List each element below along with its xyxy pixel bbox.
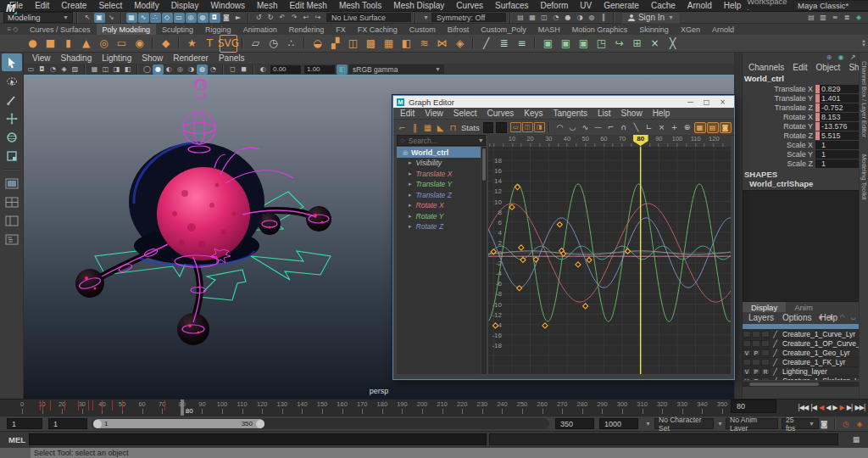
panel-menu-panels[interactable]: Panels <box>214 53 250 63</box>
wireframe-icon[interactable]: ◯ <box>142 64 153 75</box>
flat-tangent-icon[interactable]: — <box>593 121 604 133</box>
linear-tangent-icon[interactable]: ∿ <box>580 121 592 133</box>
make-live-grid-icon[interactable]: ⊞ <box>629 36 645 52</box>
ipr-render-icon[interactable]: ◫ <box>538 13 549 23</box>
normalized-view-icon[interactable]: ◨ <box>534 122 545 132</box>
graph-menu-help[interactable]: Help <box>648 109 676 118</box>
layer-row-lighting-layer[interactable]: VPR╱Lighting_layer <box>743 367 859 377</box>
script-editor-icon[interactable]: ▦ <box>850 433 862 444</box>
animation-curves[interactable]: 181614121086420-2-4-6-8-10-12-14-16-18 <box>488 147 731 374</box>
playback-start-field[interactable]: 1 <box>48 418 87 429</box>
channel-box-menu-object[interactable]: Object <box>812 63 845 72</box>
svg-tool-icon[interactable]: SVG <box>220 35 237 53</box>
menu-edit-mesh[interactable]: Edit Mesh <box>283 1 332 10</box>
construction-history-on-icon[interactable]: ↶ <box>277 13 288 23</box>
buffer-curve-snapshot-icon[interactable]: ▦ <box>694 122 706 133</box>
layout-two-pane-button[interactable] <box>2 212 22 230</box>
render-settings-icon[interactable]: ◔ <box>550 13 561 23</box>
layer-r-toggle[interactable]: R <box>761 368 770 375</box>
layer-name[interactable]: Creature_1_Curve_Lyr <box>782 330 855 338</box>
layer-v-toggle[interactable]: V <box>743 377 751 380</box>
tab-channel-box-layer-editor[interactable]: Channel Box / Layer Editor <box>860 53 868 146</box>
layer-p-toggle[interactable]: P <box>752 349 760 356</box>
snap-projected-center-icon[interactable]: ◇ <box>162 13 173 23</box>
selected-node-name[interactable]: World_ctrl <box>744 74 784 83</box>
hypershade-icon[interactable]: ● <box>562 13 573 23</box>
channel-label[interactable]: Rotate Y <box>743 122 815 131</box>
select-camera-icon[interactable]: ▭ <box>25 64 36 75</box>
lattice-deform-keys-icon[interactable]: ▦ <box>422 121 434 133</box>
menu-curves[interactable]: Curves <box>450 1 489 10</box>
layer-p-toggle[interactable]: P <box>752 377 760 380</box>
playback-end-field[interactable]: 350 <box>555 418 594 429</box>
outliner-channel-visibility[interactable]: ▸Visibility <box>397 158 481 169</box>
select-hierarchy-icon[interactable]: ↖ <box>82 13 93 23</box>
looping-icon[interactable]: ◍ <box>586 13 597 23</box>
view-transform-dropdown[interactable]: sRGB gamma ▼ <box>349 64 444 74</box>
go-to-start-button[interactable]: |◀◀ <box>798 404 808 411</box>
layout-four-pane-button[interactable] <box>2 193 22 211</box>
reduce-icon[interactable]: ◈ <box>452 36 468 52</box>
undo-icon[interactable]: ↩ <box>301 13 312 23</box>
extract-icon[interactable]: ▩ <box>363 36 379 52</box>
range-slider[interactable]: 1 350 <box>93 419 264 428</box>
channel-label[interactable]: Scale Z <box>743 159 815 168</box>
empty-layer-icon[interactable]: ◠ <box>837 313 847 321</box>
auto-tangent-icon[interactable]: ╲ <box>631 121 643 133</box>
channel-label[interactable]: Translate Y <box>743 94 815 103</box>
menu-modify[interactable]: Modify <box>128 1 164 10</box>
region-select-icon[interactable]: ◣ <box>435 121 447 133</box>
shelf-tab-sculpting[interactable]: Sculpting <box>156 24 199 35</box>
poly-plane-icon[interactable]: ▭ <box>114 36 130 52</box>
graph-editor-window[interactable]: M Graph Editor —□× EditViewSelectCurvesK… <box>392 95 735 380</box>
plateau-tangent-icon[interactable]: ∩ <box>618 121 630 133</box>
move-layer-up-icon[interactable]: ◖ <box>815 313 825 321</box>
make-live-icon[interactable]: ◍ <box>198 13 209 23</box>
graph-menu-select[interactable]: Select <box>448 109 482 118</box>
command-input[interactable] <box>29 433 487 445</box>
menu-surfaces[interactable]: Surfaces <box>489 1 534 10</box>
bevel-icon[interactable]: ◧ <box>398 36 415 52</box>
pin-channel-icon[interactable]: ◙ <box>720 122 732 133</box>
hotkey-preferences-icon[interactable]: ◈ <box>854 418 865 429</box>
outliner-channel-rotate-x[interactable]: ▸Rotate X <box>397 200 481 211</box>
append-to-polygon-icon[interactable]: ▣ <box>540 36 556 52</box>
shelf-tab-animation[interactable]: Animation <box>237 24 283 35</box>
step-forward-key-button[interactable]: ▶| <box>847 404 853 411</box>
anim-layer-field[interactable]: No Anim Layer <box>726 418 778 429</box>
fps-dropdown[interactable]: 25 fps ▼ <box>782 418 819 429</box>
outliner-channel-rotate-z[interactable]: ▸Rotate Z <box>397 221 481 232</box>
free-tangent-weight-icon[interactable]: ⊕ <box>682 121 693 133</box>
layer-from-selected-icon[interactable]: ◡ <box>849 313 858 321</box>
construction-history-off-icon[interactable]: ↷ <box>289 13 300 23</box>
dock-resize-handle[interactable] <box>735 53 743 399</box>
layer-row-creature-1-skeleton-lyr[interactable]: VP╱Creature_1_Skeleton_Lyr <box>743 377 859 380</box>
keyframe-marker[interactable] <box>542 323 548 328</box>
graph-menu-tangents[interactable]: Tangents <box>548 109 593 118</box>
channel-label[interactable]: Rotate X <box>743 113 815 121</box>
keyframe-marker[interactable] <box>557 222 562 227</box>
edge-flow-icon[interactable]: ╳ <box>665 36 681 52</box>
tab-modeling-toolkit[interactable]: Modeling Toolkit <box>860 146 868 209</box>
shelf-tab-curves-surfaces[interactable]: Curves / Surfaces <box>24 24 97 35</box>
layer-r-toggle[interactable] <box>761 377 770 380</box>
snap-curve-icon[interactable]: ∿ <box>138 13 149 23</box>
channel-value-field[interactable]: 1.401 <box>815 94 859 103</box>
layout-outliner-button[interactable] <box>2 231 22 249</box>
step-back-frame-button[interactable]: ◀ <box>819 404 823 411</box>
command-language-toggle[interactable]: MEL <box>8 435 25 444</box>
target-weld-icon[interactable]: × <box>647 36 663 52</box>
layer-v-toggle[interactable] <box>743 359 751 366</box>
shelf-tab-xgen[interactable]: XGen <box>675 24 706 35</box>
keyframe-marker[interactable] <box>517 286 522 291</box>
camera-name-label[interactable]: persp <box>370 387 389 395</box>
menu-select[interactable]: Select <box>92 1 128 10</box>
tool-settings-toggle-icon[interactable]: ◈ <box>854 13 865 23</box>
poly-cube-icon[interactable]: ■ <box>42 36 58 52</box>
outliner-channel-translate-x[interactable]: ▸Translate X <box>397 169 481 180</box>
bookmark-icon[interactable]: ◈ <box>58 64 70 75</box>
auto-keyframe-icon[interactable]: ◙ <box>818 418 830 429</box>
select-tool-button[interactable] <box>2 53 22 71</box>
step-back-key-button[interactable]: |◀ <box>810 404 816 411</box>
insert-edge-loop-icon[interactable]: ≣ <box>496 36 512 52</box>
